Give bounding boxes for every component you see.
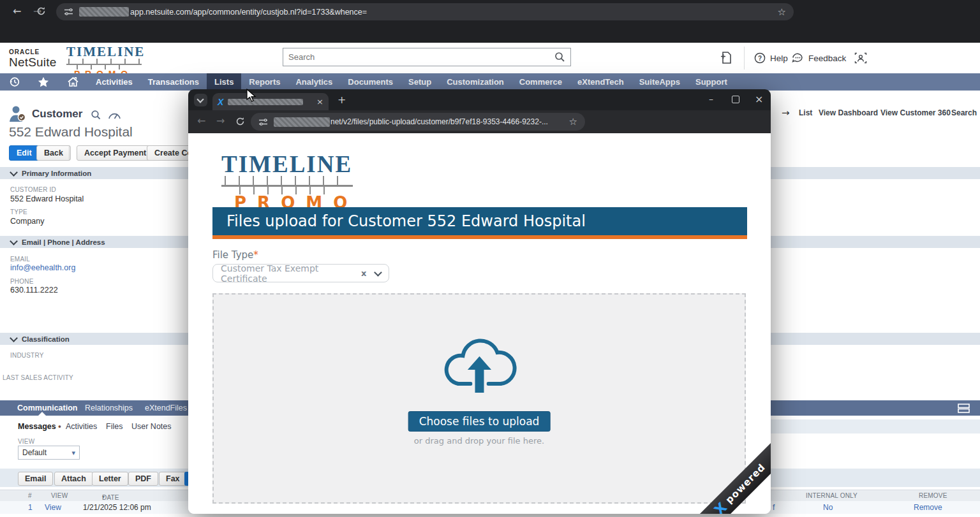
new-tab-icon[interactable]: + <box>338 94 346 106</box>
col-num: # <box>28 492 32 499</box>
clear-selection-icon[interactable]: x <box>361 268 366 278</box>
edit-button[interactable]: Edit <box>9 145 40 161</box>
email-label: EMAIL <box>10 256 30 263</box>
tab-relationships[interactable]: Relationships <box>85 404 133 412</box>
recent-records-icon[interactable] <box>0 73 29 91</box>
popup-titlebar: X × + – × <box>188 89 771 110</box>
file-dropzone[interactable]: Choose files to upload or drag and drop … <box>212 293 746 504</box>
email-link[interactable]: info@eehealth.org <box>10 263 75 272</box>
nav-item-commerce[interactable]: Commerce <box>512 73 570 91</box>
subtab-messages[interactable]: Messages • <box>18 422 61 431</box>
tab-search-button[interactable] <box>194 94 207 106</box>
subtab-activities[interactable]: Activities <box>66 422 97 431</box>
email-button[interactable]: Email <box>18 472 53 486</box>
site-settings-icon[interactable] <box>258 117 268 127</box>
row-truncated-text: f <box>773 503 775 512</box>
nav-item-extendtech[interactable]: eXtendTech <box>570 73 632 91</box>
nav-item-documents[interactable]: Documents <box>340 73 401 91</box>
tab-extendfiles[interactable]: eXtendFiles <box>145 404 187 412</box>
netsuite-navbar: Activities Transactions Lists Reports An… <box>0 73 980 91</box>
subtab-user-notes[interactable]: User Notes <box>131 422 172 431</box>
logo-timeline-text: TIMELINE <box>221 152 353 176</box>
bookmark-star-icon[interactable]: ☆ <box>569 116 577 127</box>
oracle-netsuite-logo: ORACLE NetSuite <box>9 48 56 69</box>
nav-item-customization[interactable]: Customization <box>439 73 512 91</box>
search-icon[interactable] <box>554 52 565 62</box>
quick-link-list[interactable]: List <box>799 108 812 117</box>
powered-label: powered <box>724 462 768 506</box>
select-caret-icon: ▾ <box>71 449 75 457</box>
col-internal-only: INTERNAL ONLY <box>806 492 858 499</box>
help-menu[interactable]: ? Help <box>754 52 788 64</box>
create-new-icon[interactable] <box>720 52 732 64</box>
popup-address-bar[interactable]: net/v2/files/public-upload/customer/b9f7… <box>251 113 585 131</box>
dashboard-icon[interactable] <box>108 110 121 120</box>
panel-layout-icon[interactable] <box>958 404 970 413</box>
record-search-icon[interactable] <box>91 110 101 120</box>
letter-button[interactable]: Letter <box>92 472 128 486</box>
window-close-icon[interactable]: × <box>755 93 763 105</box>
nav-item-lists[interactable]: Lists <box>207 73 241 91</box>
nav-item-analytics[interactable]: Analytics <box>288 73 340 91</box>
feedback-menu[interactable]: Feedback <box>792 52 846 64</box>
bookmark-star-icon[interactable]: ☆ <box>778 6 786 18</box>
goto-arrow-icon[interactable]: → <box>782 107 790 119</box>
upload-page: TIMELINE P R O M O Files upload for Cust… <box>188 133 771 514</box>
col-remove: REMOVE <box>919 492 947 499</box>
record-type-label: Customer <box>32 108 82 120</box>
tab-close-icon[interactable]: × <box>316 97 323 106</box>
popup-back-icon[interactable]: ← <box>197 116 205 126</box>
nav-item-support[interactable]: Support <box>688 73 735 91</box>
customer-avatar-icon <box>8 105 27 122</box>
browser-reload-icon[interactable] <box>36 6 46 16</box>
popup-browser-tab[interactable]: X × <box>212 93 329 110</box>
file-upload-popup-window: X × + – × ← → net/v2/ <box>188 89 771 514</box>
pdf-button[interactable]: PDF <box>128 472 158 486</box>
quick-link-view-dashboard[interactable]: View Dashboard <box>819 108 878 117</box>
choose-files-button[interactable]: Choose files to upload <box>408 411 551 432</box>
help-icon: ? <box>754 52 766 64</box>
nav-item-activities[interactable]: Activities <box>88 73 140 91</box>
nav-item-setup[interactable]: Setup <box>401 73 439 91</box>
roles-icon[interactable] <box>854 52 867 64</box>
quick-link-search[interactable]: Search <box>951 108 977 117</box>
back-button[interactable]: Back <box>36 145 71 161</box>
nav-item-reports[interactable]: Reports <box>241 73 288 91</box>
home-icon[interactable] <box>58 73 88 91</box>
powered-ribbon[interactable]: X powered <box>694 437 771 514</box>
file-type-select[interactable]: Customer Tax Exempt Certificate x <box>212 264 389 282</box>
section-title: Email | Phone | Address <box>22 238 105 246</box>
collapse-chevron-icon <box>10 334 18 342</box>
shortcuts-star-icon[interactable] <box>29 73 58 91</box>
nav-item-transactions[interactable]: Transactions <box>140 73 207 91</box>
tab-communication[interactable]: Communication <box>17 404 77 412</box>
last-sales-activity-label: LAST SALES ACTIVITY <box>3 374 73 381</box>
site-settings-icon[interactable] <box>64 7 73 17</box>
file-type-label: File Type* <box>212 249 258 261</box>
row-view-link[interactable]: View <box>45 503 61 512</box>
global-search-input[interactable] <box>283 52 554 62</box>
nav-item-suiteapps[interactable]: SuiteApps <box>632 73 688 91</box>
window-minimize-icon[interactable]: – <box>709 94 713 104</box>
attach-button[interactable]: Attach <box>54 472 93 486</box>
redacted-url-segment <box>274 117 330 127</box>
redacted-tab-title <box>228 99 303 105</box>
right-pane-band <box>770 419 980 433</box>
popup-reload-icon[interactable] <box>235 117 245 126</box>
screenshot-root: ← → app.netsuite.com/app/common/entity/c… <box>0 0 980 517</box>
accept-payment-button[interactable]: Accept Payment <box>77 145 154 161</box>
popup-forward-icon[interactable]: → <box>216 116 225 126</box>
fax-button[interactable]: Fax <box>159 472 187 486</box>
powered-ribbon-container: X powered <box>694 437 771 514</box>
row-remove-link[interactable]: Remove <box>914 503 942 512</box>
browser-chrome: ← → app.netsuite.com/app/common/entity/c… <box>0 0 980 43</box>
window-maximize-icon[interactable] <box>732 96 739 103</box>
address-bar[interactable]: app.netsuite.com/app/common/entity/custj… <box>56 3 794 20</box>
collapse-chevron-icon <box>10 168 18 177</box>
type-value: Company <box>10 217 45 226</box>
browser-back-icon[interactable]: ← <box>13 6 21 17</box>
quick-link-view-customer-360[interactable]: View Customer 360 <box>880 108 951 117</box>
row-internal-only: No <box>823 503 833 512</box>
view-select[interactable]: Default ▾ <box>18 446 80 460</box>
subtab-files[interactable]: Files <box>106 422 122 431</box>
